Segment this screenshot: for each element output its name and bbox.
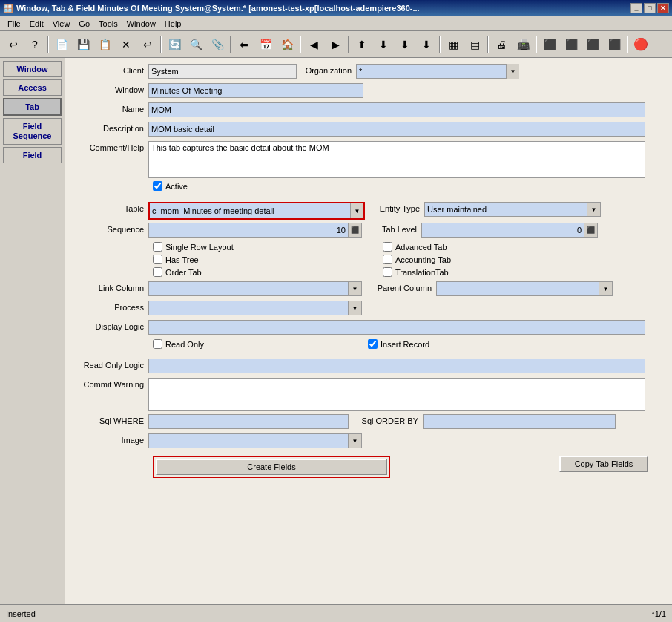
image-arrow[interactable]: ▼ bbox=[349, 433, 362, 448]
commit-warning-label: Commit Warning bbox=[74, 378, 148, 389]
close-btn[interactable]: ✕ bbox=[657, 3, 669, 13]
tab-level-input[interactable] bbox=[421, 223, 584, 238]
toolbar-refresh[interactable]: 🔄 bbox=[164, 34, 185, 55]
link-col-input[interactable] bbox=[148, 281, 349, 296]
status-right: *1/1 bbox=[651, 609, 666, 618]
toolbar-help[interactable]: ? bbox=[24, 34, 45, 55]
entity-type-input[interactable] bbox=[424, 202, 587, 217]
toolbar-nav-left[interactable]: ◀ bbox=[303, 34, 324, 55]
toolbar-nav-right[interactable]: ▶ bbox=[325, 34, 346, 55]
toolbar-btn3[interactable]: ⬛ bbox=[582, 34, 603, 55]
menu-tools[interactable]: Tools bbox=[94, 18, 122, 30]
sidebar-tab[interactable]: Tab bbox=[3, 98, 62, 116]
window-input[interactable] bbox=[148, 83, 363, 98]
toolbar-down3[interactable]: ⬇ bbox=[416, 34, 437, 55]
accounting-tab-wrapper: Accounting Tab bbox=[383, 255, 451, 264]
menu-view[interactable]: View bbox=[48, 18, 75, 30]
display-logic-input[interactable] bbox=[148, 320, 645, 335]
menu-go[interactable]: Go bbox=[74, 18, 94, 30]
toolbar-calendar[interactable]: 📅 bbox=[255, 34, 276, 55]
toolbar-new[interactable]: 📄 bbox=[51, 34, 72, 55]
readonly-label: Read Only bbox=[165, 340, 204, 349]
process-label: Process bbox=[74, 301, 148, 312]
process-input[interactable] bbox=[148, 301, 349, 315]
toolbar-save[interactable]: 💾 bbox=[73, 34, 93, 55]
display-logic-label: Display Logic bbox=[74, 320, 148, 331]
window-label: Window bbox=[74, 83, 148, 94]
accounting-tab-checkbox[interactable] bbox=[383, 255, 392, 264]
translation-tab-checkbox[interactable] bbox=[383, 267, 392, 277]
parent-col-input[interactable] bbox=[436, 281, 599, 296]
table-dropdown-arrow[interactable]: ▼ bbox=[350, 203, 363, 218]
commit-warning-row: Commit Warning bbox=[74, 378, 663, 411]
sidebar-access[interactable]: Access bbox=[3, 79, 62, 96]
table-input[interactable] bbox=[150, 203, 350, 218]
title-icon: 🪟 bbox=[3, 4, 13, 13]
toolbar-undo[interactable]: ↩ bbox=[137, 34, 158, 55]
copy-tab-fields-btn[interactable]: Copy Tab Fields bbox=[559, 456, 648, 472]
order-tab-wrapper: Order Tab bbox=[153, 267, 368, 277]
name-input[interactable] bbox=[148, 102, 645, 117]
tab-level-label: Tab Level bbox=[362, 223, 421, 234]
comment-textarea[interactable]: This tab captures the basic detail about… bbox=[148, 141, 645, 178]
create-fields-btn[interactable]: Create Fields bbox=[156, 459, 387, 475]
toolbar-grid[interactable]: ▦ bbox=[443, 34, 464, 55]
toolbar-back[interactable]: ↩ bbox=[3, 34, 24, 55]
readonly-logic-input[interactable] bbox=[148, 359, 645, 373]
advanced-tab-checkbox[interactable] bbox=[383, 242, 392, 252]
toolbar-attach[interactable]: 📎 bbox=[207, 34, 228, 55]
toolbar-btn1[interactable]: ⬛ bbox=[539, 34, 560, 55]
toolbar-fax[interactable]: 📠 bbox=[513, 34, 533, 55]
readonly-checkbox[interactable] bbox=[153, 339, 162, 349]
sidebar-field[interactable]: Field bbox=[3, 147, 62, 163]
toolbar-print[interactable]: 🖨 bbox=[491, 34, 512, 55]
active-checkbox[interactable] bbox=[153, 181, 162, 191]
sidebar-window[interactable]: Window bbox=[3, 61, 62, 77]
process-arrow[interactable]: ▼ bbox=[349, 301, 362, 315]
image-input[interactable] bbox=[148, 433, 349, 448]
toolbar-exit[interactable]: 🔴 bbox=[630, 34, 651, 55]
entity-type-dropdown-arrow[interactable]: ▼ bbox=[587, 202, 601, 217]
tab-level-spinner[interactable]: ⬛ bbox=[584, 223, 598, 238]
client-input[interactable] bbox=[148, 64, 297, 79]
toolbar-btn4[interactable]: ⬛ bbox=[604, 34, 625, 55]
menu-edit[interactable]: Edit bbox=[25, 18, 48, 30]
single-row-checkbox[interactable] bbox=[153, 242, 162, 252]
toolbar-delete[interactable]: ✕ bbox=[116, 34, 136, 55]
sequence-input[interactable] bbox=[148, 223, 349, 238]
table-row: Table ▼ Entity Type ▼ bbox=[74, 202, 663, 220]
toolbar-form[interactable]: ▤ bbox=[464, 34, 485, 55]
commit-warning-textarea[interactable] bbox=[148, 378, 645, 411]
has-tree-checkbox[interactable] bbox=[153, 255, 162, 264]
toolbar-down2[interactable]: ⬇ bbox=[395, 34, 415, 55]
sql-where-input[interactable] bbox=[148, 414, 349, 429]
sql-orderby-input[interactable] bbox=[423, 414, 616, 429]
insert-record-checkbox[interactable] bbox=[368, 339, 378, 349]
desc-label: Description bbox=[74, 122, 148, 133]
sidebar-field-sequence[interactable]: Field Sequence bbox=[3, 118, 62, 145]
toolbar-prev-rec[interactable]: ⬅ bbox=[234, 34, 254, 55]
menu-window[interactable]: Window bbox=[122, 18, 160, 30]
toolbar-up[interactable]: ⬆ bbox=[352, 34, 372, 55]
toolbar-copy[interactable]: 📋 bbox=[94, 34, 115, 55]
minimize-btn[interactable]: _ bbox=[630, 3, 642, 13]
menu-file[interactable]: File bbox=[3, 18, 25, 30]
menu-help[interactable]: Help bbox=[160, 18, 186, 30]
sequence-spinner[interactable]: ⬛ bbox=[349, 223, 362, 238]
order-tab-checkbox[interactable] bbox=[153, 267, 162, 277]
org-input[interactable] bbox=[356, 64, 519, 79]
toolbar-find[interactable]: 🔍 bbox=[185, 34, 206, 55]
parent-col-arrow[interactable]: ▼ bbox=[599, 281, 613, 296]
desc-input[interactable] bbox=[148, 122, 645, 137]
link-col-arrow[interactable]: ▼ bbox=[349, 281, 362, 296]
translation-tab-label: TranslationTab bbox=[395, 268, 449, 277]
toolbar-btn2[interactable]: ⬛ bbox=[561, 34, 582, 55]
name-row: Name bbox=[74, 102, 663, 119]
menu-bar: File Edit View Go Tools Window Help bbox=[0, 16, 672, 31]
active-row: Active bbox=[153, 181, 663, 197]
toolbar-home[interactable]: 🏠 bbox=[277, 34, 297, 55]
advanced-tab-wrapper: Advanced Tab bbox=[383, 242, 451, 252]
toolbar-down[interactable]: ⬇ bbox=[373, 34, 394, 55]
name-label: Name bbox=[74, 102, 148, 114]
maximize-btn[interactable]: □ bbox=[644, 3, 656, 13]
